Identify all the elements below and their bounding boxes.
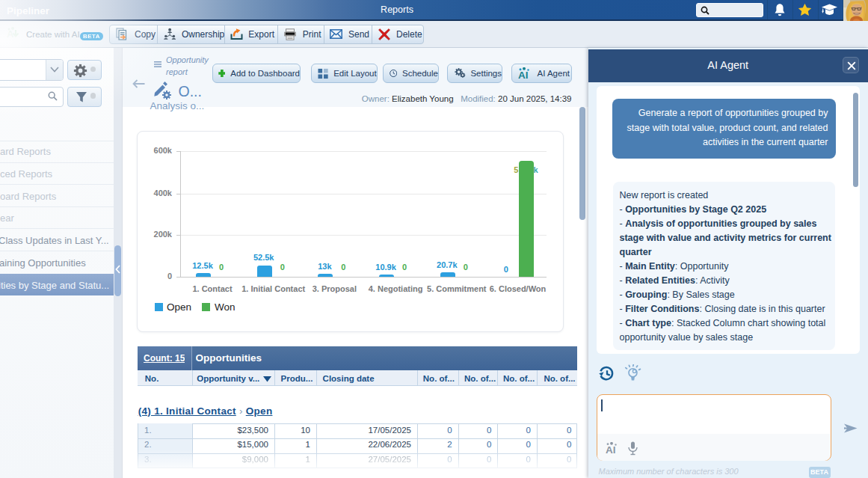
svg-text:AI: AI (606, 444, 616, 455)
svg-text:AI: AI (518, 69, 529, 80)
